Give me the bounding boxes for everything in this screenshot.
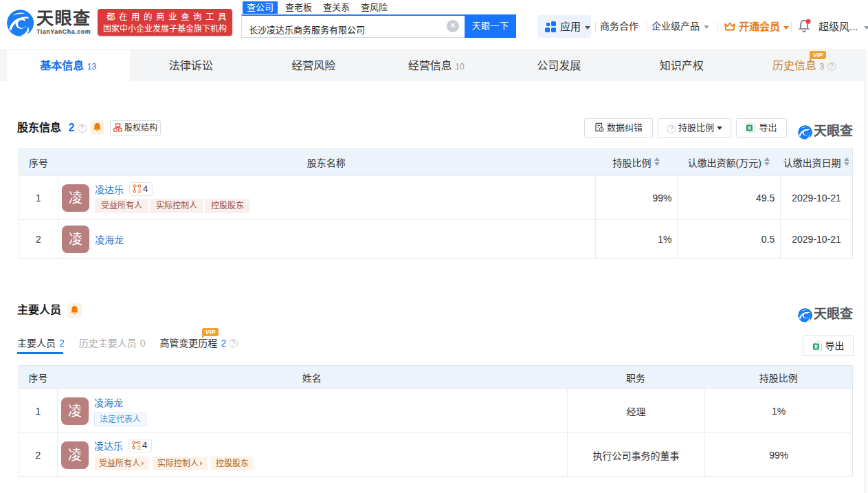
- svg-text:企: 企: [137, 188, 142, 193]
- svg-text:企: 企: [137, 444, 141, 450]
